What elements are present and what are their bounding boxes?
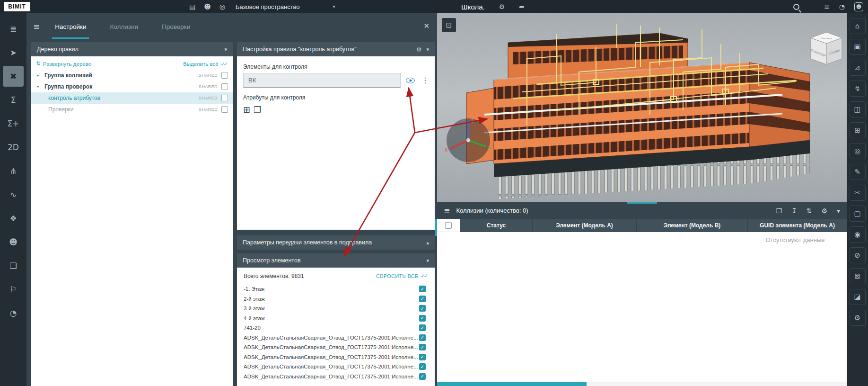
hide-elements-icon[interactable]: ⊘ — [850, 247, 866, 263]
panel-scrollbar-thumb[interactable] — [435, 219, 437, 236]
settings-gear-icon[interactable]: ⚙ — [821, 207, 827, 214]
element-list-item[interactable]: -1. Этаж — [237, 284, 435, 294]
element-list-item[interactable]: ADSK_ДетальСтальнаяСварная_Отвод_ГОСТ173… — [237, 352, 435, 362]
shared-folder-icon[interactable]: ❏ — [3, 255, 24, 276]
eye-icon[interactable] — [406, 78, 415, 83]
drawings-2d-icon[interactable]: 2D — [3, 137, 24, 158]
tree-row[interactable]: ▸ Группа коллизий SHARED — [31, 70, 233, 81]
collaboration-icon[interactable]: ☻ — [204, 3, 211, 10]
history-icon[interactable]: ◔ — [839, 3, 845, 10]
element-checkbox[interactable] — [419, 354, 426, 360]
element-list-item[interactable]: 3-й этаж — [237, 304, 435, 314]
element-list-item[interactable]: 4-й этаж — [237, 314, 435, 323]
rules-sum-icon[interactable]: Σ — [3, 90, 24, 110]
plugins-icon[interactable]: ❖ — [3, 208, 24, 229]
panel-resize-handle[interactable] — [627, 202, 657, 204]
tree-row[interactable]: ▾ Группа проверок SHARED — [31, 81, 233, 92]
section-box-icon[interactable]: ◫ — [850, 101, 866, 117]
rules-add-icon[interactable]: Σ+ — [3, 113, 24, 134]
charts-icon[interactable]: ∿ — [3, 184, 24, 205]
reset-all-link[interactable]: СБРОСИТЬ ВСЁ ✓✓ — [376, 273, 428, 279]
viewport-3d[interactable]: ⊡ — [437, 13, 847, 202]
element-list-item[interactable]: ADSK_ДетальСтальнаяСварная_Отвод_ГОСТ173… — [237, 362, 435, 372]
elements-filter-input[interactable] — [243, 73, 401, 88]
tab[interactable]: Коллизии — [107, 13, 141, 40]
elements-view-header[interactable]: Просмотр элементов ▾ — [237, 253, 435, 268]
column-header[interactable]: GUID элемента (Модель A) — [747, 219, 847, 232]
element-list-item[interactable]: 2-й этаж — [237, 294, 435, 304]
element-list-item[interactable]: ADSK_ДетальСтальнаяСварная_Отвод_ГОСТ173… — [237, 342, 435, 352]
element-checkbox[interactable] — [419, 324, 426, 331]
measure-icon[interactable]: ⊿ — [850, 60, 866, 76]
transfer-params-header[interactable]: Параметры передачи элементов в подправил… — [237, 235, 435, 250]
element-checkbox[interactable] — [419, 344, 426, 350]
project-settings-icon[interactable]: ⚙ — [499, 3, 505, 10]
element-checkbox[interactable] — [419, 363, 426, 370]
share-icon[interactable]: ➦ — [519, 3, 525, 10]
select-tool-icon[interactable]: ➤ — [3, 42, 24, 63]
sort-icon[interactable]: ⇅ — [807, 207, 812, 214]
workspace-selector[interactable]: Базовое пространство ▾ — [234, 3, 335, 10]
close-icon[interactable]: ✕ — [423, 23, 430, 30]
clash-detection-icon[interactable]: ✖ — [3, 66, 24, 87]
search-icon[interactable] — [793, 4, 799, 10]
rule-checkbox[interactable] — [221, 72, 228, 79]
home-view-icon[interactable]: ⌂ — [850, 18, 866, 34]
tab[interactable]: Проверки — [159, 13, 193, 40]
isolate-icon[interactable]: ⊠ — [850, 268, 866, 284]
element-checkbox[interactable] — [419, 315, 426, 322]
column-header[interactable]: Элемент (Модель A) — [532, 219, 636, 232]
element-checkbox[interactable] — [419, 373, 426, 380]
fullscreen-icon[interactable]: ⊡ — [442, 18, 456, 32]
profile-icon[interactable]: ☻ — [854, 2, 863, 11]
transparent-icon[interactable]: ◪ — [850, 289, 866, 305]
tree-row[interactable]: контроль атрибутов SHARED — [31, 92, 233, 104]
grid-icon[interactable]: ⊞ — [850, 122, 866, 138]
screenshot-icon[interactable]: ▣ — [850, 39, 866, 55]
element-checkbox[interactable] — [419, 286, 426, 292]
element-list-item[interactable]: ADSK_ДетальСтальнаяСварная_Отвод_ГОСТ173… — [237, 372, 435, 382]
focus-icon[interactable]: ◎ — [850, 143, 866, 159]
select-all-link[interactable]: Выделить всё ✓✓ — [183, 61, 228, 67]
collisions-menu-icon[interactable]: ≡ — [444, 207, 450, 215]
archive-icon[interactable]: ▤ — [189, 3, 195, 10]
tree-caret-icon[interactable]: ▸ — [37, 73, 44, 78]
gear-icon[interactable]: ⚙ — [416, 46, 422, 53]
tab[interactable]: Настройки — [52, 13, 89, 40]
add-attribute-button[interactable]: ⊞ — [243, 106, 250, 114]
structure-icon[interactable]: ⋔ — [3, 161, 24, 181]
paste-attribute-button[interactable]: ❒ — [254, 106, 261, 114]
rules-tree-header[interactable]: Дерево правил ▾ — [31, 42, 233, 56]
column-header[interactable]: Статус — [460, 219, 532, 232]
show-elements-icon[interactable]: ◉ — [850, 226, 866, 242]
tree-caret-icon[interactable]: ▾ — [37, 85, 44, 89]
element-checkbox[interactable] — [419, 296, 426, 302]
users-icon[interactable]: ☻ — [3, 232, 24, 252]
model-tree-icon[interactable]: ≣ — [3, 18, 24, 39]
rule-checkbox[interactable] — [221, 106, 228, 113]
rule-checkbox[interactable] — [221, 83, 228, 90]
fit-height-icon[interactable]: ↧ — [791, 207, 797, 214]
horizontal-scrollbar[interactable] — [437, 382, 847, 386]
select-all-checkbox[interactable] — [445, 222, 452, 229]
select-region-icon[interactable]: ▢ — [850, 206, 866, 222]
collapse-icon[interactable]: ▾ — [837, 207, 840, 214]
element-list-item[interactable]: 741-20 — [237, 323, 435, 333]
sync-icon[interactable]: ◎ — [219, 3, 225, 10]
rule-settings-header[interactable]: Настройка правила "контроль атрибутов" ⚙… — [237, 42, 435, 56]
element-list-item[interactable]: ADSK_ДетальСтальнаяСварная_Отвод_ГОСТ173… — [237, 333, 435, 343]
markup-icon[interactable]: ✎ — [850, 164, 866, 180]
view-cube[interactable]: Спереди Слева Сверху — [811, 32, 842, 64]
column-header[interactable]: Элемент (Модель B) — [636, 219, 747, 232]
section-plane-icon[interactable]: ✂ — [850, 185, 866, 201]
tree-row[interactable]: Проверки SHARED — [31, 104, 233, 115]
clash-flash-icon[interactable]: ↯ — [850, 81, 866, 97]
element-checkbox[interactable] — [419, 334, 426, 341]
group-copy-icon[interactable]: ❐ — [776, 207, 782, 214]
expand-tree-link[interactable]: ⇅ Развернуть дерево — [36, 61, 91, 67]
menu-list-icon[interactable]: ≡ — [824, 3, 830, 10]
rule-checkbox[interactable] — [221, 95, 228, 101]
kebab-menu-icon[interactable]: ⋮ — [421, 77, 429, 84]
view-settings-icon[interactable]: ⚙ — [850, 310, 866, 326]
user-location-icon[interactable]: ⚐ — [3, 279, 24, 300]
